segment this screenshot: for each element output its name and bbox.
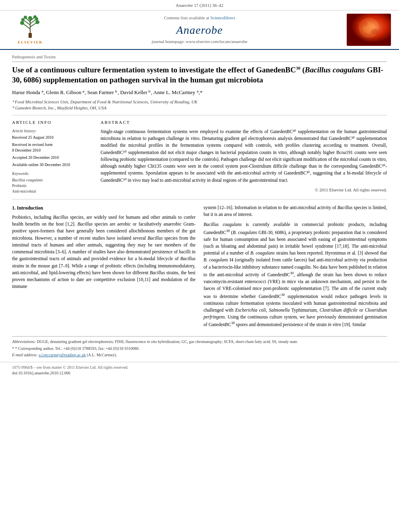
svg-point-19: [371, 29, 379, 35]
main-content-area: 1. Introduction Probiotics, including Ba…: [0, 204, 399, 332]
article-info-abstract-area: ARTICLE INFO Article history: Received 2…: [12, 115, 387, 194]
history-label: Article history:: [12, 128, 93, 134]
cover-image-svg: [347, 14, 391, 46]
journal-center-info: Contents lists available at ScienceDirec…: [52, 15, 347, 45]
keyword-3: Anti-microbial: [12, 189, 93, 194]
svg-point-16: [359, 18, 379, 38]
journal-reference-bar: Anaerobe 17 (2011) 36–42: [0, 0, 399, 10]
revised-date: Received in revised form 8 December 2010: [12, 142, 93, 153]
journal-ref: Anaerobe 17 (2011) 36–42: [176, 3, 223, 8]
svg-point-10: [21, 18, 25, 21]
svg-rect-0: [29, 33, 32, 38]
corresponding-note: * * Corresponding author. Tel.: +44 (0)1…: [12, 346, 387, 351]
title-text-1: Use of a continuous culture fermentation…: [12, 66, 296, 74]
article-title: Use of a continuous culture fermentation…: [12, 65, 387, 85]
affiliations: ᵃ Food Microbial Sciences Unit, Departme…: [12, 99, 387, 111]
keyword-2: Probiotic: [12, 183, 93, 189]
svg-rect-15: [347, 14, 391, 46]
email-link[interactable]: a.l.mccartney@reading.ac.uk: [39, 353, 86, 357]
title-text-2: (: [300, 66, 305, 74]
sciencedirect-link[interactable]: ScienceDirect: [210, 15, 235, 20]
email-label: E-mail address:: [12, 353, 38, 357]
intro-para1: Probiotics, including Bacillus species, …: [12, 214, 195, 290]
article-info-column: ARTICLE INFO Article history: Received 2…: [12, 119, 93, 194]
title-superscript: 30: [296, 66, 300, 70]
available-online: Available online 30 December 2010: [12, 162, 93, 168]
journal-title: Anaerobe: [52, 22, 347, 38]
doi-line: doi:10.1016/j.anaerobe.2010.12.006: [12, 370, 387, 376]
main-right-column: system [12–16]. Information in relation …: [204, 204, 387, 332]
affiliation-2: ᵇ Ganeden Biotech, Inc., Mayfield Height…: [12, 105, 387, 111]
journal-cover-image: [347, 14, 391, 46]
revised-date-value: 8 December 2010: [12, 148, 41, 152]
intro-heading: 1. Introduction: [12, 204, 195, 212]
svg-point-18: [358, 21, 368, 27]
email-note: E-mail address: a.l.mccartney@reading.ac…: [12, 352, 387, 358]
right-para2: Bacillus coagulans is currently availabl…: [204, 221, 387, 328]
footnotes-area: Abbreviations: DGGE, denaturing gradient…: [12, 336, 387, 358]
svg-point-12: [24, 16, 27, 19]
revised-text: Received in revised form: [12, 142, 53, 147]
authors-line: Harue Honda ᵃ, Glenn R. Gibson ᵃ, Sean F…: [12, 89, 387, 96]
accepted-date: Accepted 20 December 2010: [12, 155, 93, 160]
abstract-heading: ABSTRACT: [101, 119, 387, 125]
svg-point-8: [20, 21, 24, 25]
elsevier-tree-icon: [14, 15, 46, 39]
svg-point-13: [33, 15, 37, 18]
bottom-info-area: 1075-9964/$ – see front matter © 2011 El…: [0, 362, 399, 378]
title-italic: Bacillus coagulans: [305, 66, 365, 74]
received-date: Received 25 August 2010: [12, 135, 93, 140]
journal-header: ELSEVIER Contents lists available at Sci…: [0, 10, 399, 50]
abstract-text: Single-stage continuous fermentation sys…: [101, 128, 387, 184]
elsevier-brand-label: ELSEVIER: [18, 40, 43, 45]
section-tag: Pathogenesis and Toxins: [12, 54, 387, 62]
journal-homepage: journal homepage: www.elsevier.com/locat…: [52, 39, 347, 45]
abbreviations-note: Abbreviations: DGGE, denaturing gradient…: [12, 339, 387, 345]
svg-point-9: [35, 20, 39, 24]
keyword-1: Bacillus coagulans: [12, 177, 93, 183]
corresponding-text: * Corresponding author. Tel.: +44 (0)118…: [15, 346, 140, 351]
abstract-column: ABSTRACT Single-stage continuous ferment…: [101, 119, 387, 194]
content-divider: [12, 199, 387, 199]
page: Anaerobe 17 (2011) 36–42: [0, 0, 399, 532]
keywords-label: Keywords:: [12, 171, 93, 177]
abbreviations-label: Abbreviations:: [12, 339, 36, 344]
copyright-line: © 2011 Elsevier Ltd. All rights reserved…: [101, 187, 387, 193]
email-attribution: (A.L. McCartney).: [87, 353, 117, 357]
article-info-heading: ARTICLE INFO: [12, 119, 93, 125]
elsevier-logo-area: ELSEVIER: [8, 15, 52, 45]
right-para1: system [12–16]. Information in relation …: [204, 204, 387, 218]
svg-point-17: [363, 22, 375, 34]
abbreviations-text: DGGE, denaturing gradient gel electropho…: [37, 339, 298, 344]
main-left-column: 1. Introduction Probiotics, including Ba…: [12, 204, 195, 332]
issn-line: 1075-9964/$ – see front matter © 2011 El…: [12, 365, 387, 370]
svg-point-14: [28, 16, 32, 20]
affiliation-1: ᵃ Food Microbial Sciences Unit, Departme…: [12, 99, 387, 105]
article-section: Pathogenesis and Toxins Use of a continu…: [0, 50, 399, 194]
contents-available-line: Contents lists available at ScienceDirec…: [52, 15, 347, 21]
abstract-body: Single-stage continuous fermentation sys…: [101, 129, 387, 183]
